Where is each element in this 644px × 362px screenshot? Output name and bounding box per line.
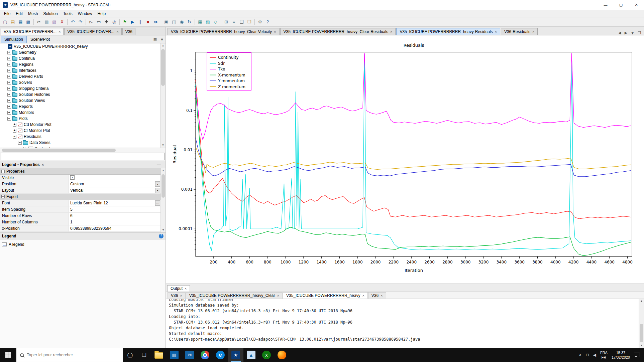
menu-file[interactable]: File: [1, 11, 13, 17]
dropdown-icon[interactable]: ▼: [158, 37, 166, 41]
step-icon[interactable]: ≫: [152, 18, 159, 25]
tab-list-icon[interactable]: ▼: [629, 31, 636, 35]
output-tab-v36[interactable]: V36×: [168, 292, 186, 299]
dropdown-icon[interactable]: ▼: [155, 181, 160, 187]
tree-vertical-scrollbar[interactable]: ▲ ▼: [160, 43, 166, 148]
run-icon[interactable]: ▶: [129, 18, 136, 25]
snapshot-icon[interactable]: ◉: [178, 18, 185, 25]
doc-tab-v35-icucube-powerrrrrrr-heavy-clear-residuals[interactable]: V35_ICUCUBE POWERRRRRRR_heavy_Clear-Resi…: [280, 28, 396, 35]
notifications-icon[interactable]: [634, 353, 640, 357]
output-console[interactable]: Loading module: StarTrimmerSimulation da…: [166, 299, 644, 348]
help-icon[interactable]: ?: [159, 234, 164, 238]
scrollbar-track[interactable]: [639, 304, 644, 343]
maximize-button[interactable]: ▢: [613, 0, 629, 10]
collapse-icon[interactable]: −: [1, 195, 5, 198]
taskbar-app-firefox[interactable]: [274, 348, 290, 362]
section-expert[interactable]: −Expert: [0, 194, 160, 200]
select-icon[interactable]: ▻: [88, 18, 95, 25]
scroll-up-icon[interactable]: ▲: [162, 168, 165, 173]
task-view-button[interactable]: ❏: [137, 348, 151, 362]
expander-icon[interactable]: +: [13, 123, 16, 127]
rubberband-icon[interactable]: ▭: [95, 18, 102, 25]
expander-icon[interactable]: +: [7, 51, 11, 54]
tree-item-derived-parts[interactable]: +Derived Parts: [0, 73, 160, 79]
expander-icon[interactable]: +: [7, 69, 11, 72]
scroll-up-icon[interactable]: ▲: [640, 299, 643, 304]
tree-item-solvers[interactable]: +Solvers: [0, 79, 160, 85]
output-tab-v36[interactable]: V36×: [368, 292, 386, 299]
cortana-button[interactable]: ◯: [123, 348, 137, 362]
prop-value-item-spacing[interactable]: 5: [69, 206, 160, 212]
hidden-icons-icon[interactable]: ∧: [579, 353, 582, 357]
save-all-icon[interactable]: ▩: [25, 18, 32, 25]
scroll-down-icon[interactable]: ▼: [162, 228, 165, 232]
volume-icon[interactable]: ◀: [593, 353, 596, 357]
output-tab[interactable]: Output ×: [167, 285, 190, 292]
ellipsis-button[interactable]: …: [155, 200, 160, 206]
doc-tab-v35-icucube-powerrrrrrr-heavy-clear-velocity[interactable]: V35_ICUCUBE POWERRRRRRR_heavy_Clear-Velo…: [168, 28, 280, 35]
new-scene-icon[interactable]: ▣: [163, 18, 170, 25]
taskbar-app-star-ccm[interactable]: ★: [228, 348, 243, 362]
taskbar-app-file-explorer[interactable]: [151, 348, 167, 362]
explorer-tab-v35-icucube-power[interactable]: V35_ICUCUBE POWER...×: [64, 28, 121, 35]
report-icon[interactable]: ≡: [230, 18, 237, 25]
expander-icon[interactable]: +: [7, 63, 11, 66]
open-icon[interactable]: ▤: [9, 18, 16, 25]
tree-item-solution-histories[interactable]: +Solution Histories: [0, 92, 160, 98]
expander-icon[interactable]: +: [7, 57, 11, 60]
tree-item-v35-icucube-powerrrrrrr-heavy[interactable]: ★V35_ICUCUBE POWERRRRRRR_heavy: [0, 43, 160, 49]
expander-icon[interactable]: +: [7, 111, 11, 115]
new-plot-icon[interactable]: ◫: [171, 18, 178, 25]
menu-window[interactable]: Window: [75, 11, 95, 17]
prop-value-x-position[interactable]: 0.09533898532390594: [69, 225, 160, 231]
tree-view-options-icon[interactable]: ▦: [152, 37, 158, 41]
subtab-simulation[interactable]: Simulation: [1, 36, 27, 43]
tree-item-cd-monitor-plot[interactable]: +Cd Monitor Plot: [0, 122, 160, 128]
checkbox-icon[interactable]: ✓: [70, 175, 75, 180]
close-icon[interactable]: ×: [180, 294, 182, 298]
scrollbar-thumb[interactable]: [162, 174, 165, 198]
residuals-chart[interactable]: 10.10.010.0010.0001200400600800100012001…: [166, 35, 644, 284]
prop-value-position[interactable]: Custom▼: [69, 181, 160, 187]
initialize-icon[interactable]: ⚑: [121, 18, 128, 25]
prop-value-font[interactable]: Lucida Sans Plain 12…: [69, 200, 160, 206]
display-icon[interactable]: ⊡: [586, 353, 589, 357]
expander-icon[interactable]: +: [7, 93, 11, 97]
close-icon[interactable]: ×: [495, 30, 497, 34]
properties-scrollbar[interactable]: ▲ ▼: [160, 168, 166, 232]
expander-icon[interactable]: +: [7, 75, 11, 78]
tree-item-cl-monitor-plot[interactable]: +Cl Monitor Plot: [0, 128, 160, 134]
taskbar-app-photos[interactable]: ▲: [243, 348, 259, 362]
close-icon[interactable]: ×: [381, 294, 383, 298]
scroll-up-icon[interactable]: ▲: [162, 43, 165, 48]
tree-item-continua[interactable]: +Continua: [0, 55, 160, 61]
tree-horizontal-scrollbar[interactable]: [0, 148, 166, 152]
tree-item-data-series[interactable]: −Data Series: [0, 140, 160, 146]
close-icon[interactable]: ×: [532, 30, 534, 34]
table-icon[interactable]: ⊞: [223, 18, 230, 25]
close-icon[interactable]: ×: [390, 30, 392, 34]
scroll-down-icon[interactable]: ▼: [162, 143, 165, 148]
expander-icon[interactable]: −: [7, 117, 11, 121]
expander-icon[interactable]: +: [7, 81, 11, 84]
expander-icon[interactable]: −: [13, 135, 16, 139]
close-button[interactable]: ✕: [629, 0, 644, 10]
scroll-left-icon[interactable]: ◀: [617, 31, 623, 35]
minimize-panel-icon[interactable]: —: [154, 162, 164, 167]
console-scrollbar[interactable]: ▲ ▼: [639, 299, 644, 348]
probe-icon[interactable]: ◎: [111, 18, 118, 25]
tree-item-solution-views[interactable]: +Solution Views: [0, 98, 160, 104]
collapse-icon[interactable]: −: [1, 170, 5, 173]
close-icon[interactable]: ×: [116, 30, 118, 34]
redo-icon[interactable]: ↷: [77, 18, 84, 25]
refresh-icon[interactable]: ↻: [186, 18, 193, 25]
pause-icon[interactable]: ∥: [137, 18, 144, 25]
mesh-icon[interactable]: ▦: [197, 18, 204, 25]
scroll-down-icon[interactable]: ▼: [640, 343, 643, 348]
taskbar-clock[interactable]: 15:37 17/02/2020: [612, 350, 630, 360]
start-button[interactable]: [0, 348, 16, 362]
expander-icon[interactable]: +: [7, 87, 11, 90]
expander-icon[interactable]: +: [7, 105, 11, 109]
tools-icon[interactable]: ⚙: [256, 18, 263, 25]
doc-tab-v36-residuals[interactable]: V36-Residuals×: [501, 28, 538, 35]
